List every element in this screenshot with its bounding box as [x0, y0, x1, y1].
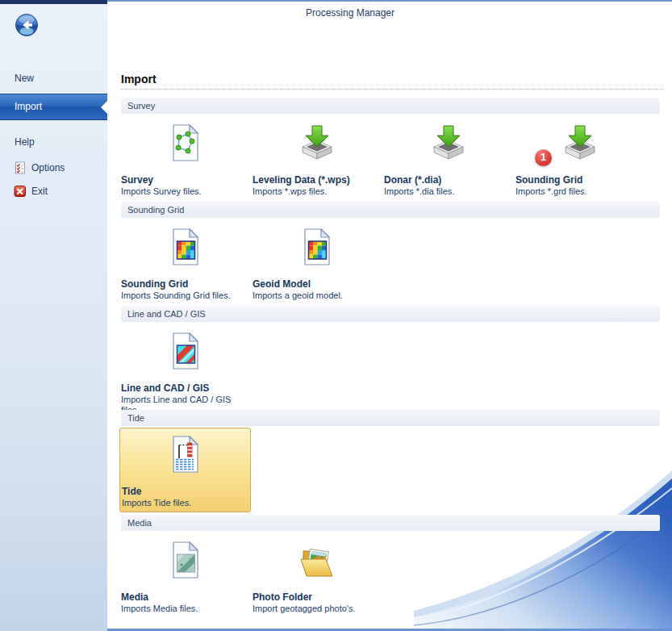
section-items-row: Tide Imports Tide files.	[119, 426, 662, 512]
section-line-cad-gis: Line and CAD / GIS	[119, 306, 662, 416]
item-title: Sounding Grid	[119, 279, 251, 290]
item-title: Media	[119, 592, 251, 603]
sidebar-item-import-label: Import	[15, 94, 42, 119]
section-header: Survey	[121, 98, 660, 114]
item-sounding-grid[interactable]: Sounding Grid Imports Sounding Grid file…	[119, 218, 251, 301]
item-leveling-data[interactable]: Leveling Data (*.wps) Imports *.wps file…	[251, 114, 382, 197]
item-title: Geoid Model	[251, 279, 382, 290]
sidebar-item-options-label: Options	[31, 162, 65, 173]
item-photo-folder[interactable]: Photo Folder Import geotagged photo's.	[251, 531, 382, 614]
sidebar-item-new[interactable]: New	[15, 73, 34, 84]
item-description: Imports *.wps files.	[251, 186, 382, 197]
options-checklist-icon	[14, 161, 27, 174]
item-media[interactable]: Media Imports Media files.	[119, 531, 251, 614]
sidebar-item-help[interactable]: Help	[15, 136, 35, 148]
item-description: Imports Media files.	[119, 604, 251, 614]
sidebar-item-import[interactable]: Import	[0, 94, 107, 120]
back-arrow-icon	[15, 13, 39, 37]
grid-document-icon	[251, 224, 382, 270]
section-items-row: Line and CAD / GIS Imports Line and CAD …	[119, 322, 662, 416]
sidebar-item-exit[interactable]: Exit	[14, 185, 48, 198]
sidebar-item-options[interactable]: Options	[14, 161, 65, 174]
photo-folder-icon	[251, 537, 382, 583]
item-title: Line and CAD / GIS	[119, 383, 251, 394]
import-dropbox-icon	[251, 120, 382, 165]
item-geoid-model[interactable]: Geoid Model Imports a geoid model.	[251, 218, 382, 301]
item-title: Sounding Grid	[514, 175, 645, 186]
item-survey[interactable]: Survey Imports Survey files.	[119, 114, 251, 197]
import-dropbox-icon	[382, 120, 514, 165]
backstage-content: Processing Manager Import Survey	[107, 0, 672, 631]
item-description: Imports *.grd files.	[514, 186, 645, 197]
item-title: Photo Folder	[251, 592, 382, 603]
item-sounding-grid-import[interactable]: 1 Sounding Grid Imports *.grd files.	[514, 114, 645, 197]
section-sounding-grid: Sounding Grid	[119, 202, 662, 301]
item-description: Import geotagged photo's.	[251, 604, 382, 614]
item-line-cad-gis[interactable]: Line and CAD / GIS Imports Line and CAD …	[119, 322, 251, 416]
back-button[interactable]	[15, 13, 39, 37]
section-header: Line and CAD / GIS	[121, 306, 660, 322]
item-title: Survey	[119, 175, 251, 186]
section-header: Tide	[121, 410, 660, 426]
section-items-row: Survey Imports Survey files. Leveling	[119, 114, 662, 197]
survey-document-icon	[119, 120, 251, 165]
item-tide[interactable]: Tide Imports Tide files.	[119, 428, 251, 512]
exit-icon	[14, 185, 27, 198]
item-description: Imports Survey files.	[119, 186, 251, 197]
item-donar[interactable]: Donar (*.dia) Imports *.dia files.	[382, 114, 514, 197]
tide-document-icon	[120, 432, 250, 477]
section-items-row: Media Imports Media files.	[119, 531, 662, 614]
backstage-sidebar: New Import Help Options Exit	[0, 0, 107, 631]
item-title: Leveling Data (*.wps)	[251, 175, 382, 186]
section-media: Media	[119, 515, 662, 614]
notification-badge: 1	[535, 149, 552, 166]
item-description: Imports a geoid model.	[251, 290, 382, 301]
item-description: Imports Tide files.	[120, 498, 250, 508]
item-description: Imports *.dia files.	[382, 186, 514, 197]
section-items-row: Sounding Grid Imports Sounding Grid file…	[119, 218, 662, 301]
section-header: Media	[121, 515, 660, 531]
item-description: Imports Sounding Grid files.	[119, 290, 251, 301]
window-title: Processing Manager	[107, 7, 593, 19]
import-dropbox-icon	[514, 120, 645, 165]
sidebar-item-exit-label: Exit	[31, 186, 48, 197]
media-document-icon	[119, 537, 251, 583]
item-title: Tide	[120, 487, 250, 497]
grid-document-icon	[119, 224, 251, 270]
page-heading: Import	[121, 73, 663, 90]
section-survey: Survey Survey	[119, 98, 662, 197]
section-header: Sounding Grid	[121, 202, 660, 218]
section-tide: Tide	[119, 410, 662, 512]
line-cad-document-icon	[119, 328, 251, 374]
sidebar-top-strip	[0, 0, 107, 4]
processing-manager-window: New Import Help Options Exit Processing	[0, 0, 672, 631]
item-title: Donar (*.dia)	[382, 175, 514, 186]
